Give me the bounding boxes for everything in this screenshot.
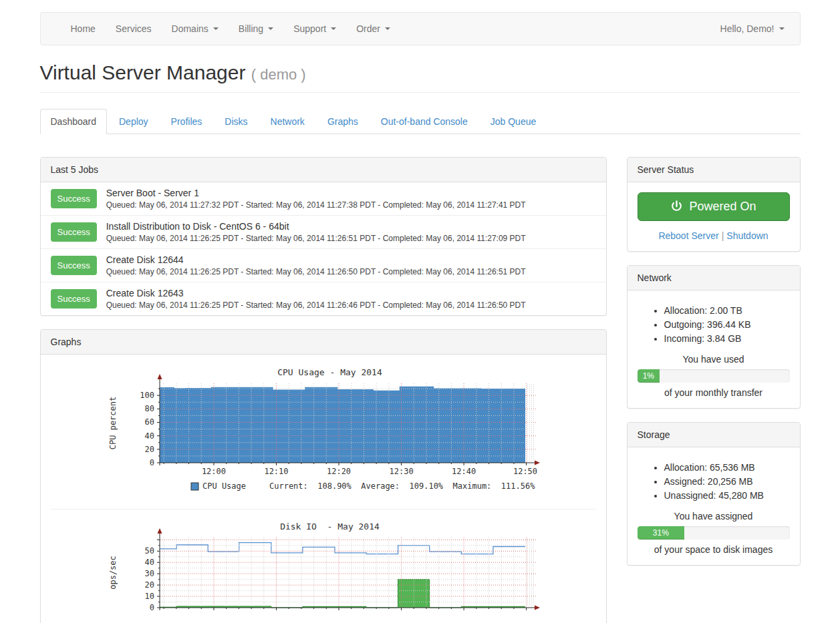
- tab-dashboard[interactable]: Dashboard: [40, 109, 108, 134]
- network-progress-bar: 1%: [638, 369, 660, 383]
- nav-item-label: Home: [71, 23, 96, 34]
- disk-chart: Disk IO - May 2014ops/sec01020304050: [51, 519, 596, 622]
- shutdown-link[interactable]: Shutdown: [726, 230, 768, 241]
- network-progress: 1%: [638, 369, 790, 383]
- chevron-down-icon: [779, 27, 785, 30]
- storage-assigned: Assigned: 20,256 MB: [664, 475, 790, 489]
- nav-item-services[interactable]: Services: [106, 13, 162, 45]
- power-icon: [670, 200, 683, 213]
- job-row: Success Create Disk 12644 Queued: May 06…: [41, 248, 606, 282]
- svg-text:0: 0: [150, 603, 154, 612]
- chevron-down-icon: [213, 27, 219, 30]
- cpu-chart: CPU Usage - May 2014CPU percent020406080…: [51, 365, 596, 501]
- svg-text:60: 60: [145, 417, 154, 427]
- storage-allocation: Allocation: 65,536 MB: [664, 461, 790, 475]
- network-stats-list: Allocation: 2.00 TB Outgoing: 396.44 KB …: [638, 304, 790, 346]
- job-row: Success Create Disk 12643 Queued: May 06…: [41, 282, 606, 315]
- storage-unassigned: Unassigned: 45,280 MB: [664, 489, 790, 503]
- storage-stats-list: Allocation: 65,536 MB Assigned: 20,256 M…: [638, 461, 790, 503]
- svg-text:20: 20: [145, 580, 154, 590]
- user-menu-label: Hello, Demo!: [720, 23, 775, 34]
- storage-progress-bar: 31%: [638, 526, 685, 540]
- page-title: Virtual Server Manager ( demo ): [40, 61, 801, 84]
- svg-text:30: 30: [145, 569, 154, 578]
- storage-panel: Storage Allocation: 65,536 MB Assigned: …: [627, 422, 801, 566]
- job-title: Create Disk 12643: [106, 288, 526, 298]
- job-meta: Queued: May 06, 2014 11:26:25 PDT - Star…: [106, 267, 526, 276]
- power-button-label: Powered On: [689, 200, 756, 214]
- tab-out-of-band-console[interactable]: Out-of-band Console: [370, 109, 478, 134]
- main-column: Last 5 Jobs Success Server Boot - Server…: [40, 157, 607, 623]
- tab-disks[interactable]: Disks: [214, 109, 258, 134]
- svg-text:40: 40: [145, 431, 154, 441]
- tab-deploy[interactable]: Deploy: [108, 109, 159, 134]
- storage-usage-intro: You have assigned: [638, 511, 790, 522]
- job-title: Create Disk 12644: [106, 254, 526, 265]
- user-menu[interactable]: Hello, Demo!: [710, 13, 795, 45]
- svg-text:50: 50: [145, 546, 154, 556]
- page-title-text: Virtual Server Manager: [40, 61, 246, 83]
- content-row: Last 5 Jobs Success Server Boot - Server…: [40, 157, 801, 623]
- sidebar-column: Server Status Powered On Reboot Server|S…: [627, 157, 801, 579]
- network-incoming: Incoming: 3.84 GB: [664, 332, 790, 346]
- svg-text:12:40: 12:40: [452, 467, 476, 476]
- status-badge: Success: [51, 289, 97, 308]
- nav-item-label: Support: [293, 23, 326, 34]
- jobs-panel-title: Last 5 Jobs: [41, 158, 606, 182]
- tab-graphs[interactable]: Graphs: [317, 109, 369, 134]
- svg-text:12:30: 12:30: [390, 467, 414, 476]
- chevron-down-icon: [268, 27, 273, 30]
- svg-text:12:00: 12:00: [202, 467, 226, 476]
- svg-text:CPU Usage - May 2014: CPU Usage - May 2014: [277, 367, 382, 377]
- graphs-panel: Graphs CPU Usage - May 2014CPU percent02…: [40, 329, 607, 623]
- svg-text:0: 0: [150, 458, 154, 467]
- server-status-title: Server Status: [627, 158, 800, 182]
- nav-item-order[interactable]: Order: [346, 13, 400, 45]
- tab-network[interactable]: Network: [260, 109, 315, 134]
- job-meta: Queued: May 06, 2014 11:26:25 PDT - Star…: [106, 234, 526, 243]
- job-title: Server Boot - Server 1: [106, 188, 526, 198]
- nav-item-domains[interactable]: Domains: [162, 13, 229, 45]
- nav-item-home[interactable]: Home: [61, 13, 106, 45]
- job-meta: Queued: May 06, 2014 11:26:25 PDT - Star…: [106, 300, 526, 310]
- job-row: Success Server Boot - Server 1 Queued: M…: [41, 182, 606, 215]
- svg-text:ops/sec: ops/sec: [108, 556, 118, 590]
- nav-item-label: Billing: [239, 23, 263, 34]
- tab-profiles[interactable]: Profiles: [160, 109, 213, 134]
- network-allocation: Allocation: 2.00 TB: [664, 304, 790, 318]
- status-badge: Success: [51, 256, 97, 275]
- status-badge: Success: [51, 222, 97, 242]
- tab-bar: Dashboard Deploy Profiles Disks Network …: [40, 109, 801, 134]
- nav-item-support[interactable]: Support: [283, 13, 346, 45]
- network-outgoing: Outgoing: 396.44 KB: [664, 318, 790, 332]
- page-container: Home Services Domains Billing Support Or…: [40, 12, 801, 623]
- nav-item-billing[interactable]: Billing: [229, 13, 283, 45]
- power-button[interactable]: Powered On: [638, 192, 790, 221]
- svg-text:100: 100: [140, 391, 154, 400]
- svg-text:12:10: 12:10: [264, 467, 288, 476]
- svg-text:CPU Usage: CPU Usage: [202, 481, 246, 491]
- job-meta: Queued: May 06, 2014 11:27:32 PDT - Star…: [106, 200, 526, 210]
- job-row: Success Install Distribution to Disk - C…: [41, 215, 606, 248]
- nav-item-label: Order: [356, 23, 380, 34]
- nav-item-label: Domains: [172, 23, 208, 34]
- network-panel: Network Allocation: 2.00 TB Outgoing: 39…: [627, 265, 801, 409]
- svg-text:20: 20: [145, 445, 154, 454]
- tab-job-queue[interactable]: Job Queue: [480, 109, 547, 134]
- navbar: Home Services Domains Billing Support Or…: [40, 12, 801, 45]
- graphs-panel-title: Graphs: [41, 330, 606, 355]
- svg-text:80: 80: [145, 404, 154, 413]
- svg-text:Current: 108.90% Average: 1: Current: 108.90% Average: 109.10% Maximu…: [269, 481, 535, 491]
- job-title: Install Distribution to Disk - CentOS 6 …: [106, 221, 526, 232]
- svg-text:40: 40: [145, 558, 154, 567]
- svg-text:10: 10: [145, 592, 154, 601]
- jobs-panel: Last 5 Jobs Success Server Boot - Server…: [40, 157, 607, 316]
- reboot-link[interactable]: Reboot Server: [658, 230, 718, 241]
- chart-divider: [51, 509, 596, 509]
- nav-menu: Home Services Domains Billing Support Or…: [61, 13, 401, 45]
- network-panel-title: Network: [627, 266, 800, 290]
- page-header: Virtual Server Manager ( demo ): [40, 61, 801, 93]
- svg-text:12:50: 12:50: [513, 467, 537, 476]
- svg-text:CPU percent: CPU percent: [108, 397, 118, 449]
- storage-usage-outro: of your space to disk images: [638, 544, 790, 555]
